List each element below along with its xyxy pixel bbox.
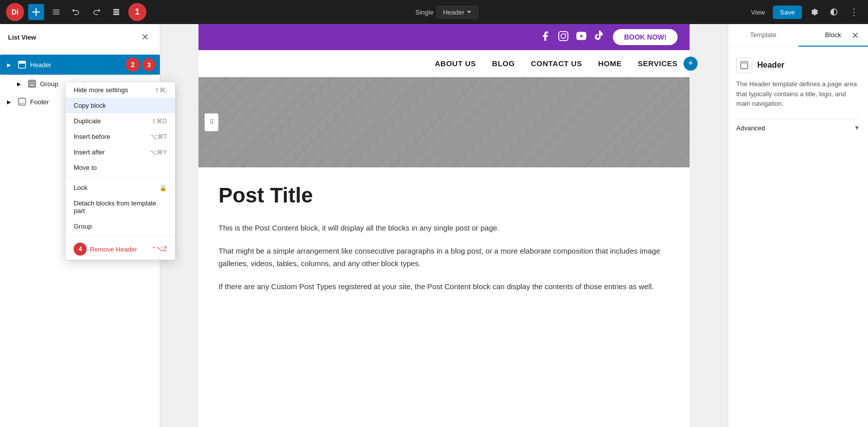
svg-rect-8 (30, 84, 35, 86)
right-panel: Template Block ✕ Header The Header templ… (728, 24, 868, 427)
block-type-icon (736, 57, 752, 73)
svg-rect-6 (30, 81, 32, 83)
nav-blog[interactable]: BLOG (492, 59, 515, 68)
main-layout: List View ✕ ▶ Header 2 3 ▶ (0, 24, 868, 427)
ctx-move-to[interactable]: Move to (66, 160, 175, 175)
svg-rect-2 (113, 14, 119, 15)
site-header-bar: BOOK NOW! (198, 24, 690, 50)
right-panel-header: Template Block ✕ (728, 24, 868, 47)
toolbar-right: View Save ⋮ (747, 4, 862, 20)
ctx-remove-header[interactable]: 4 Remove Header ⌃⌥Z (66, 239, 175, 260)
post-title: Post Title (219, 183, 670, 207)
ctx-detach[interactable]: Detach blocks from template part (66, 195, 175, 219)
advanced-label: Advanced (736, 124, 765, 132)
nav-contact-us[interactable]: CONTACT US (531, 59, 582, 68)
svg-rect-7 (33, 81, 35, 83)
ctx-insert-after[interactable]: Insert after ⌥⌘Y (66, 144, 175, 160)
sidebar: List View ✕ ▶ Header 2 3 ▶ (0, 24, 160, 427)
header-options-badge[interactable]: 3 (142, 58, 156, 72)
block-description: The Header template defines a page area … (736, 79, 860, 109)
step-badge-2: 2 (126, 58, 140, 72)
post-para-3: If there are any Custom Post Types regis… (219, 280, 670, 293)
canvas-inner: BOOK NOW! ABOUT US BLOG CONTACT US HOME … (198, 24, 690, 427)
nav-home[interactable]: HOME (598, 59, 621, 68)
redo-button[interactable] (88, 4, 104, 20)
drag-handle[interactable]: ⠿ (204, 113, 219, 131)
footer-block-icon (16, 96, 28, 108)
advanced-section[interactable]: Advanced ▼ (736, 119, 860, 137)
toolbar: Di 1 Single Header View Save ⋮ (0, 0, 868, 24)
post-content-area: Post Title This is the Post Content bloc… (198, 167, 690, 319)
ctx-duplicate[interactable]: Duplicate ⇧⌘D (66, 113, 175, 129)
group-expand-chevron[interactable]: ▶ (14, 79, 24, 89)
right-panel-close-button[interactable]: ✕ (848, 29, 862, 43)
post-type-label: Single (415, 9, 433, 16)
svg-rect-0 (113, 9, 119, 11)
context-menu: Hide more settings ⇧⌘, Copy block Duplic… (65, 82, 175, 260)
header-block-icon (16, 59, 28, 71)
toolbar-center: Single Header (150, 6, 743, 19)
ctx-separator-2 (66, 236, 175, 237)
ctx-copy-block[interactable]: Copy block (66, 98, 175, 113)
ctx-group[interactable]: Group (66, 219, 175, 234)
save-button[interactable]: Save (773, 6, 802, 19)
svg-rect-11 (559, 31, 568, 40)
view-button[interactable]: View (747, 7, 769, 18)
sidebar-item-header[interactable]: ▶ Header 2 3 (0, 55, 160, 75)
svg-point-12 (561, 34, 566, 38)
sidebar-title: List View (8, 34, 36, 41)
featured-image-placeholder: ⠿ (198, 77, 690, 167)
advanced-chevron-icon: ▼ (854, 124, 860, 131)
post-para-1: This is the Post Content block, it will … (219, 222, 670, 235)
tools-button[interactable] (48, 4, 64, 20)
undo-button[interactable] (68, 4, 84, 20)
social-icons (540, 31, 605, 44)
book-now-button[interactable]: BOOK NOW! (613, 29, 678, 45)
facebook-icon[interactable] (540, 31, 551, 44)
instagram-icon[interactable] (558, 31, 569, 44)
contrast-icon-button[interactable] (826, 4, 842, 20)
settings-icon-button[interactable] (806, 4, 822, 20)
add-block-after-nav[interactable]: + (684, 57, 698, 71)
svg-point-13 (565, 33, 566, 34)
svg-rect-10 (19, 103, 26, 105)
right-panel-body: Header The Header template defines a pag… (728, 47, 868, 427)
ctx-insert-before[interactable]: Insert before ⌥⌘T (66, 129, 175, 144)
ctx-separator-1 (66, 177, 175, 178)
header-item-label: Header (30, 61, 124, 69)
group-block-icon (26, 78, 38, 90)
nav-about-us[interactable]: ABOUT US (435, 59, 476, 68)
nav-services[interactable]: SERVICES (637, 59, 678, 68)
template-part-selector[interactable]: Header (437, 6, 478, 19)
more-options-button[interactable]: ⋮ (846, 4, 862, 20)
svg-rect-4 (19, 61, 26, 64)
add-block-toolbar-button[interactable] (28, 4, 44, 20)
svg-rect-15 (741, 62, 748, 64)
footer-expand-chevron[interactable]: ▶ (4, 97, 14, 107)
svg-rect-1 (113, 12, 119, 13)
canvas: BOOK NOW! ABOUT US BLOG CONTACT US HOME … (160, 24, 728, 427)
ctx-hide-settings[interactable]: Hide more settings ⇧⌘, (66, 82, 175, 98)
sidebar-close-button[interactable]: ✕ (138, 30, 152, 44)
post-content: This is the Post Content block, it will … (219, 222, 670, 293)
sidebar-header: List View ✕ (0, 24, 160, 51)
block-title-section: Header (736, 57, 860, 73)
tiktok-icon[interactable] (594, 31, 605, 44)
block-name-label: Header (757, 61, 784, 70)
youtube-icon[interactable] (576, 31, 587, 44)
ctx-lock[interactable]: Lock 🔒 (66, 180, 175, 195)
step-badge-1: 1 (128, 3, 146, 21)
post-para-2: That might be a simple arrangement like … (219, 245, 670, 270)
list-view-button[interactable] (108, 4, 124, 20)
app-logo: Di (6, 3, 24, 21)
tab-template[interactable]: Template (728, 24, 798, 47)
header-expand-chevron[interactable]: ▶ (4, 60, 14, 70)
step-badge-4: 4 (74, 243, 87, 256)
site-nav: ABOUT US BLOG CONTACT US HOME SERVICES + (198, 50, 690, 77)
